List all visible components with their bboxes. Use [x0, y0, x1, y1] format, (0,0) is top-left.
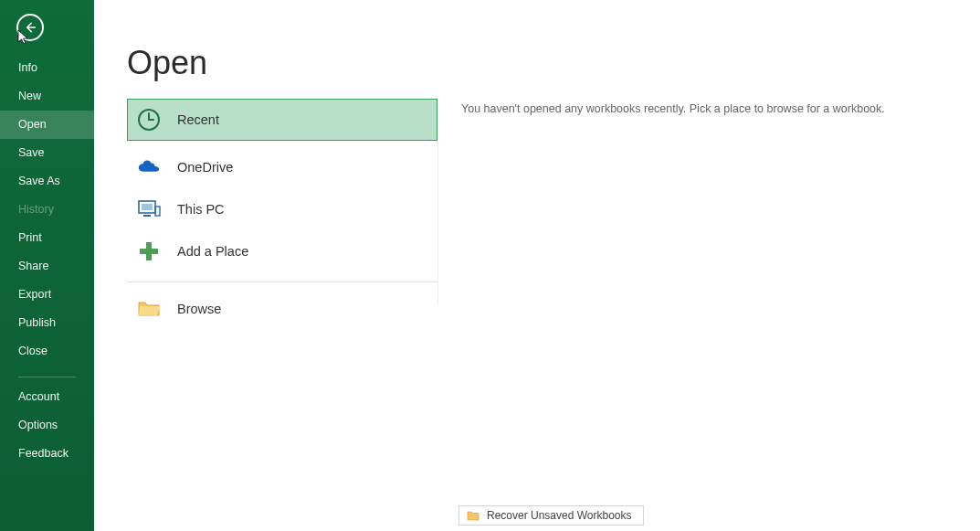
folder-icon	[467, 510, 479, 521]
sidebar-item-options[interactable]: Options	[0, 411, 94, 440]
onedrive-icon	[137, 155, 161, 179]
svg-rect-12	[140, 249, 158, 254]
place-label: Browse	[177, 302, 221, 316]
place-this-pc[interactable]: This PC	[127, 188, 437, 230]
sidebar-item-publish[interactable]: Publish	[0, 309, 94, 337]
place-label: This PC	[177, 202, 225, 217]
folder-icon	[137, 297, 161, 321]
place-label: Recent	[177, 112, 219, 127]
back-button[interactable]	[16, 14, 44, 41]
sidebar-item-share[interactable]: Share	[0, 252, 94, 281]
page-title: Open	[127, 44, 980, 82]
sidebar-item-new[interactable]: New	[0, 82, 94, 111]
sidebar-item-print[interactable]: Print	[0, 224, 94, 252]
plus-icon	[137, 239, 161, 263]
place-onedrive[interactable]: OneDrive	[127, 146, 437, 188]
recover-button-label: Recover Unsaved Workbooks	[487, 509, 632, 522]
place-recent[interactable]: Recent	[127, 99, 437, 141]
svg-rect-9	[143, 215, 151, 217]
recent-empty-message: You haven't opened any workbooks recentl…	[461, 102, 885, 115]
sidebar-item-account[interactable]: Account	[0, 383, 94, 411]
sidebar-item-close[interactable]: Close	[0, 337, 94, 366]
sidebar-item-info[interactable]: Info	[0, 54, 94, 82]
sidebar-item-history: History	[0, 196, 94, 224]
place-label: Add a Place	[177, 244, 248, 259]
place-add-a-place[interactable]: Add a Place	[127, 230, 437, 272]
backstage-sidebar: Info New Open Save Save As History Print…	[0, 0, 94, 531]
sidebar-item-open[interactable]: Open	[0, 111, 94, 139]
svg-rect-8	[142, 204, 153, 210]
places-list: Recent OneDrive This PC	[127, 99, 437, 330]
place-browse[interactable]: Browse	[127, 288, 437, 330]
recover-unsaved-button[interactable]: Recover Unsaved Workbooks	[458, 505, 644, 526]
computer-icon	[137, 197, 161, 221]
sidebar-item-export[interactable]: Export	[0, 281, 94, 309]
sidebar-item-feedback[interactable]: Feedback	[0, 440, 94, 468]
sidebar-item-save[interactable]: Save	[0, 139, 94, 167]
place-label: OneDrive	[177, 160, 233, 175]
sidebar-divider	[18, 377, 76, 377]
vertical-divider	[437, 99, 438, 305]
back-arrow-icon	[23, 20, 37, 35]
clock-icon	[137, 108, 161, 132]
places-divider	[127, 281, 437, 282]
sidebar-item-save-as[interactable]: Save As	[0, 167, 94, 196]
sidebar-menu: Info New Open Save Save As History Print…	[0, 54, 94, 468]
main-panel: Open Recent OneDrive	[94, 0, 980, 531]
